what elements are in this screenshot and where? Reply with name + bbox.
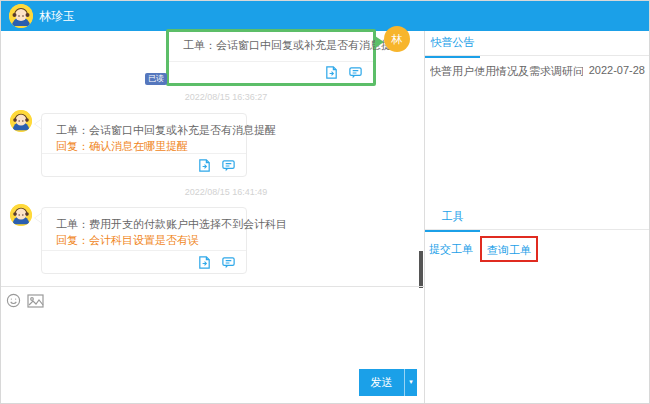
girl-avatar-icon (10, 204, 32, 226)
bubble-divider (42, 153, 246, 154)
announcement-date: 2022-07-28 (589, 64, 645, 79)
bubble-tail (34, 119, 41, 129)
chat-bubble-icon[interactable] (348, 65, 363, 80)
message-outgoing: 工单：会话窗口中回复或补充是否有消息提醒 (166, 29, 376, 86)
read-status-badge: 已读 (145, 73, 167, 85)
top-bar: 林珍玉 (1, 1, 650, 31)
reply-text: 回复：确认消息在哪里提醒 (42, 138, 246, 154)
submit-ticket-link[interactable]: 提交工单 (429, 242, 473, 257)
app-window: 林珍玉 工单：会话窗口中回复或补充是否有消息提醒 已读 林 2022/08/15… (0, 0, 650, 404)
bubble-tail (34, 213, 41, 223)
forward-ticket-icon[interactable] (197, 255, 212, 270)
forward-ticket-icon[interactable] (197, 158, 212, 173)
tabs-divider (425, 55, 650, 56)
send-dropdown-button[interactable]: ▼ (404, 369, 417, 396)
message-timestamp: 2022/08/15 16:41:49 (151, 187, 301, 197)
message-incoming: 工单：费用开支的付款账户中选择不到会计科目 回复：会计科目设置是否有误 (41, 207, 247, 274)
announcement-item[interactable]: 快普用户使用情况及需求调研问卷 2022-07-28 (430, 64, 645, 79)
chat-scrollbar-thumb[interactable] (419, 251, 423, 288)
forward-ticket-icon[interactable] (324, 65, 339, 80)
annotation-red-box: 查询工单 (480, 236, 538, 262)
ticket-text: 工单：费用开支的付款账户中选择不到会计科目 (42, 216, 246, 232)
bubble-tail (375, 36, 384, 48)
announcement-title: 快普用户使用情况及需求调研问卷 (430, 64, 583, 79)
send-button[interactable]: 发送 (359, 369, 404, 396)
image-upload-icon[interactable] (27, 294, 43, 310)
message-incoming: 工单：会话窗口中回复或补充是否有消息提醒 回复：确认消息在哪里提醒 (41, 113, 247, 177)
message-timestamp: 2022/08/15 16:36:27 (151, 92, 301, 102)
input-area-divider (1, 286, 424, 287)
contact-name: 林珍玉 (39, 1, 75, 31)
chevron-down-icon: ▼ (408, 379, 414, 385)
reply-text: 回复：会计科目设置是否有误 (42, 232, 246, 248)
girl-avatar-icon (9, 4, 33, 28)
bubble-divider (42, 250, 246, 251)
tabs-divider (425, 229, 650, 230)
ticket-text: 工单：会话窗口中回复或补充是否有消息提醒 (42, 122, 246, 138)
support-avatar (10, 110, 32, 132)
right-sidebar: 快普公告 快普用户使用情况及需求调研问卷 2022-07-28 工具 提交工单 … (424, 31, 650, 404)
girl-avatar-icon (10, 110, 32, 132)
send-button-group: 发送 ▼ (359, 369, 417, 396)
bubble-divider (169, 61, 373, 62)
ticket-text: 工单：会话窗口中回复或补充是否有消息提醒 (169, 37, 373, 53)
sender-initial-avatar: 林 (384, 26, 410, 52)
tools-links-row: 提交工单 查询工单 (429, 236, 538, 262)
query-ticket-link[interactable]: 查询工单 (487, 244, 531, 256)
chat-bubble-icon[interactable] (221, 255, 236, 270)
support-avatar (10, 204, 32, 226)
emoji-icon[interactable] (6, 293, 22, 309)
chat-bubble-icon[interactable] (221, 158, 236, 173)
user-avatar (9, 4, 33, 28)
